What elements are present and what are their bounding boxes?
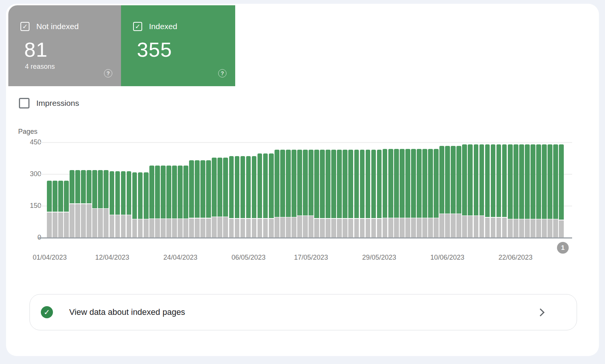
bar-06/06/2023[interactable] bbox=[422, 142, 427, 237]
bar-02/04/2023[interactable] bbox=[53, 142, 57, 237]
bar-31/05/2023[interactable] bbox=[388, 142, 393, 237]
bar-08/04/2023[interactable] bbox=[87, 142, 92, 237]
bar-05/04/2023[interactable] bbox=[70, 142, 74, 237]
bar-25/06/2023[interactable] bbox=[531, 142, 535, 237]
bar-18/04/2023[interactable] bbox=[144, 142, 149, 237]
indexed-card[interactable]: ✓ Indexed 355 ? bbox=[121, 5, 235, 86]
bar-07/05/2023[interactable] bbox=[252, 142, 257, 237]
pagination-badge[interactable]: 1 bbox=[557, 242, 569, 254]
bar-14/04/2023[interactable] bbox=[121, 142, 126, 237]
impressions-toggle[interactable]: Impressions bbox=[19, 98, 79, 108]
bar-19/05/2023[interactable] bbox=[320, 142, 325, 237]
bar-22/04/2023[interactable] bbox=[166, 142, 171, 237]
bar-28/05/2023[interactable] bbox=[371, 142, 376, 237]
bar-09/06/2023[interactable] bbox=[439, 142, 444, 237]
bar-28/06/2023[interactable] bbox=[548, 142, 552, 237]
bar-29/06/2023[interactable] bbox=[553, 142, 558, 237]
bar-20/05/2023[interactable] bbox=[326, 142, 330, 237]
bar-19/04/2023[interactable] bbox=[149, 142, 154, 237]
bar-16/06/2023[interactable] bbox=[479, 142, 484, 237]
bar-24/04/2023[interactable] bbox=[178, 142, 183, 237]
not-indexed-checkbox[interactable]: ✓ bbox=[20, 22, 29, 31]
bar-07/06/2023[interactable] bbox=[428, 142, 433, 237]
help-icon[interactable]: ? bbox=[104, 69, 112, 77]
bar-03/04/2023[interactable] bbox=[58, 142, 63, 237]
help-icon[interactable]: ? bbox=[218, 69, 226, 77]
bar-25/04/2023[interactable] bbox=[183, 142, 188, 237]
bar-12/05/2023[interactable] bbox=[280, 142, 285, 237]
bar-17/06/2023[interactable] bbox=[485, 142, 490, 237]
bar-24/06/2023[interactable] bbox=[525, 142, 530, 237]
bar-07/04/2023[interactable] bbox=[81, 142, 86, 237]
bar-14/05/2023[interactable] bbox=[292, 142, 296, 237]
bar-18/05/2023[interactable] bbox=[314, 142, 319, 237]
bar-08/06/2023[interactable] bbox=[434, 142, 439, 237]
bar-23/05/2023[interactable] bbox=[343, 142, 347, 237]
bar-05/05/2023[interactable] bbox=[240, 142, 245, 237]
bar-26/04/2023[interactable] bbox=[189, 142, 194, 237]
bar-11/05/2023[interactable] bbox=[275, 142, 279, 237]
bar-21/06/2023[interactable] bbox=[508, 142, 513, 237]
bar-01/06/2023[interactable] bbox=[394, 142, 399, 237]
bar-13/05/2023[interactable] bbox=[286, 142, 291, 237]
bar-01/04/2023[interactable] bbox=[47, 142, 52, 237]
bar-13/04/2023[interactable] bbox=[115, 142, 120, 237]
bar-02/06/2023[interactable] bbox=[400, 142, 405, 237]
impressions-checkbox[interactable] bbox=[19, 98, 29, 108]
bar-15/04/2023[interactable] bbox=[127, 142, 132, 237]
bar-03/06/2023[interactable] bbox=[405, 142, 410, 237]
bar-30/05/2023[interactable] bbox=[383, 142, 388, 237]
bar-04/04/2023[interactable] bbox=[64, 142, 69, 237]
bar-21/05/2023[interactable] bbox=[331, 142, 336, 237]
bar-30/06/2023[interactable] bbox=[559, 142, 564, 237]
bar-08/05/2023[interactable] bbox=[258, 142, 262, 237]
bar-04/05/2023[interactable] bbox=[235, 142, 240, 237]
bar-16/05/2023[interactable] bbox=[303, 142, 308, 237]
bar-27/06/2023[interactable] bbox=[542, 142, 547, 237]
bar-14/06/2023[interactable] bbox=[468, 142, 473, 237]
bar-09/05/2023[interactable] bbox=[263, 142, 268, 237]
bar-15/05/2023[interactable] bbox=[297, 142, 302, 237]
bar-10/06/2023[interactable] bbox=[445, 142, 450, 237]
bar-11/06/2023[interactable] bbox=[451, 142, 456, 237]
bar-20/04/2023[interactable] bbox=[155, 142, 160, 237]
bar-10/04/2023[interactable] bbox=[98, 142, 103, 237]
bar-21/04/2023[interactable] bbox=[161, 142, 166, 237]
bar-02/05/2023[interactable] bbox=[223, 142, 228, 237]
bar-24/05/2023[interactable] bbox=[348, 142, 353, 237]
not-indexed-card[interactable]: ✓ Not indexed 81 4 reasons ? bbox=[8, 5, 121, 86]
indexed-checkbox[interactable]: ✓ bbox=[133, 22, 142, 31]
bar-12/06/2023[interactable] bbox=[456, 142, 461, 237]
bar-19/06/2023[interactable] bbox=[496, 142, 501, 237]
bar-23/04/2023[interactable] bbox=[172, 142, 177, 237]
bar-29/05/2023[interactable] bbox=[377, 142, 382, 237]
bar-04/06/2023[interactable] bbox=[411, 142, 416, 237]
bar-12/04/2023[interactable] bbox=[110, 142, 115, 237]
bar-22/06/2023[interactable] bbox=[513, 142, 518, 237]
bar-05/06/2023[interactable] bbox=[417, 142, 422, 237]
bar-26/05/2023[interactable] bbox=[360, 142, 365, 237]
bar-10/05/2023[interactable] bbox=[269, 142, 274, 237]
bar-01/05/2023[interactable] bbox=[217, 142, 222, 237]
bar-28/04/2023[interactable] bbox=[200, 142, 205, 237]
bar-13/06/2023[interactable] bbox=[462, 142, 467, 237]
bar-11/04/2023[interactable] bbox=[104, 142, 109, 237]
bar-27/04/2023[interactable] bbox=[195, 142, 200, 237]
bar-30/04/2023[interactable] bbox=[212, 142, 217, 237]
chevron-right-icon[interactable] bbox=[537, 308, 544, 316]
bar-03/05/2023[interactable] bbox=[229, 142, 234, 237]
bar-17/04/2023[interactable] bbox=[138, 142, 143, 237]
bar-20/06/2023[interactable] bbox=[502, 142, 507, 237]
bar-16/04/2023[interactable] bbox=[132, 142, 137, 237]
bar-17/05/2023[interactable] bbox=[309, 142, 313, 237]
bar-25/05/2023[interactable] bbox=[354, 142, 359, 237]
bar-29/04/2023[interactable] bbox=[206, 142, 211, 237]
bar-26/06/2023[interactable] bbox=[536, 142, 541, 237]
bar-18/06/2023[interactable] bbox=[491, 142, 496, 237]
bar-23/06/2023[interactable] bbox=[519, 142, 524, 237]
bar-09/04/2023[interactable] bbox=[92, 142, 97, 237]
bar-27/05/2023[interactable] bbox=[366, 142, 371, 237]
bar-22/05/2023[interactable] bbox=[337, 142, 342, 237]
bar-06/05/2023[interactable] bbox=[246, 142, 251, 237]
bar-15/06/2023[interactable] bbox=[474, 142, 479, 237]
